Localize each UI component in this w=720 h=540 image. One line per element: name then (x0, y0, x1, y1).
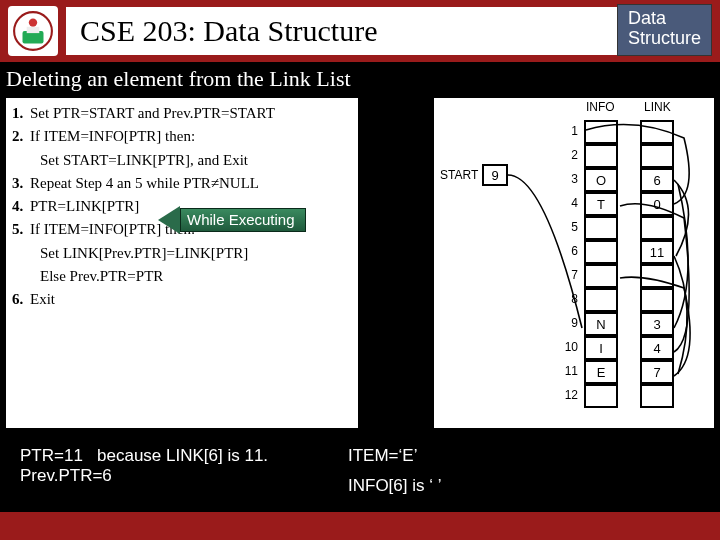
info-cell (584, 384, 618, 408)
link-cell: 6 (640, 168, 674, 192)
link-cell (640, 144, 674, 168)
step-text: Exit (30, 288, 352, 311)
link-cell: 0 (640, 192, 674, 216)
info-cell: E (584, 360, 618, 384)
link-cell (640, 120, 674, 144)
state-readout: PTR=11 because LINK[6] is 11. Prev.PTR=6… (0, 428, 720, 496)
row-number: 10 (560, 340, 578, 354)
link-header: LINK (644, 100, 671, 114)
info-cell: N (584, 312, 618, 336)
step-text: If ITEM=INFO[PTR] then: (30, 125, 352, 148)
link-cell (640, 384, 674, 408)
header-bar: CSE 203: Data Structure Data Structure (0, 0, 720, 62)
arrow-left-icon (158, 206, 180, 234)
callout-label: While Executing (180, 208, 306, 232)
start-box: 9 (482, 164, 508, 186)
link-cell (640, 264, 674, 288)
row-number: 4 (560, 196, 578, 210)
step-num: 1. (12, 102, 30, 125)
link-cell: 11 (640, 240, 674, 264)
row-number: 1 (560, 124, 578, 138)
row-number: 7 (560, 268, 578, 282)
step-text: Set PTR=START and Prev.PTR=START (30, 102, 352, 125)
link-cell (640, 288, 674, 312)
step-num: 5. (12, 218, 30, 241)
svg-rect-3 (27, 27, 40, 33)
step-num: 3. (12, 172, 30, 195)
info-cell (584, 240, 618, 264)
content-area: 1.Set PTR=START and Prev.PTR=START 2.If … (0, 98, 720, 428)
start-label: START (440, 168, 478, 182)
info-header: INFO (586, 100, 615, 114)
algorithm-box: 1.Set PTR=START and Prev.PTR=START 2.If … (6, 98, 358, 428)
item-value: ITEM=‘E’ (348, 446, 488, 466)
info-cell (584, 120, 618, 144)
link-cell: 3 (640, 312, 674, 336)
step-num: 2. (12, 125, 30, 148)
row-number: 11 (560, 364, 578, 378)
link-cell: 4 (640, 336, 674, 360)
slide-subtitle: Deleting an element from the Link List (0, 62, 720, 98)
row-number: 6 (560, 244, 578, 258)
row-number: 3 (560, 172, 578, 186)
step-text: Set LINK[Prev.PTR]=LINK[PTR] (12, 242, 352, 265)
university-logo (8, 6, 58, 56)
badge-line2: Structure (628, 29, 701, 49)
info-cell (584, 144, 618, 168)
link-cell (640, 216, 674, 240)
row-number: 9 (560, 316, 578, 330)
step-text: Set START=LINK[PTR], and Exit (12, 149, 352, 172)
while-executing-callout: While Executing (158, 206, 306, 234)
info-cell: O (584, 168, 618, 192)
row-number: 8 (560, 292, 578, 306)
topic-badge: Data Structure (617, 4, 712, 56)
row-number: 2 (560, 148, 578, 162)
info-cell (584, 264, 618, 288)
info-cell: T (584, 192, 618, 216)
course-title: CSE 203: Data Structure (80, 14, 377, 48)
course-title-bar: CSE 203: Data Structure (66, 7, 712, 55)
info6-value: INFO[6] is ‘ ’ (348, 476, 488, 496)
svg-point-1 (29, 18, 37, 26)
info-cell: I (584, 336, 618, 360)
step-text: Repeat Step 4 an 5 while PTR≠NULL (30, 172, 352, 195)
footer-bar (0, 512, 720, 540)
info-cell (584, 216, 618, 240)
ptr-reason: because LINK[6] is 11. (97, 446, 268, 465)
step-num: 4. (12, 195, 30, 218)
ptr-value: PTR=11 (20, 446, 83, 465)
badge-line1: Data (628, 9, 701, 29)
step-num: 6. (12, 288, 30, 311)
row-number: 5 (560, 220, 578, 234)
info-cell (584, 288, 618, 312)
linked-list-diagram: INFO LINK START 9 123O64T05611789N310I41… (434, 98, 714, 428)
prevptr-value: Prev.PTR=6 (20, 466, 300, 486)
step-text: Else Prev.PTR=PTR (12, 265, 352, 288)
row-number: 12 (560, 388, 578, 402)
link-cell: 7 (640, 360, 674, 384)
